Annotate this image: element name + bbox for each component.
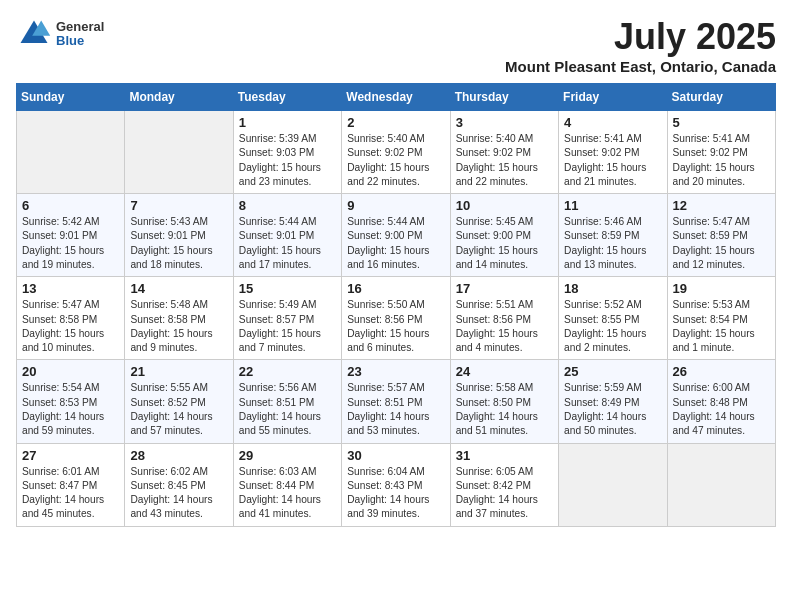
day-number: 4 — [564, 115, 661, 130]
calendar-cell: 5Sunrise: 5:41 AMSunset: 9:02 PMDaylight… — [667, 111, 775, 194]
day-number: 22 — [239, 364, 336, 379]
calendar-cell: 24Sunrise: 5:58 AMSunset: 8:50 PMDayligh… — [450, 360, 558, 443]
calendar-cell: 22Sunrise: 5:56 AMSunset: 8:51 PMDayligh… — [233, 360, 341, 443]
calendar-week-1: 1Sunrise: 5:39 AMSunset: 9:03 PMDaylight… — [17, 111, 776, 194]
day-number: 14 — [130, 281, 227, 296]
day-info: Sunrise: 5:54 AMSunset: 8:53 PMDaylight:… — [22, 381, 119, 438]
day-info: Sunrise: 5:55 AMSunset: 8:52 PMDaylight:… — [130, 381, 227, 438]
calendar-cell: 14Sunrise: 5:48 AMSunset: 8:58 PMDayligh… — [125, 277, 233, 360]
day-info: Sunrise: 5:56 AMSunset: 8:51 PMDaylight:… — [239, 381, 336, 438]
day-number: 7 — [130, 198, 227, 213]
day-number: 25 — [564, 364, 661, 379]
day-number: 2 — [347, 115, 444, 130]
weekday-header-monday: Monday — [125, 84, 233, 111]
calendar-cell: 10Sunrise: 5:45 AMSunset: 9:00 PMDayligh… — [450, 194, 558, 277]
day-number: 3 — [456, 115, 553, 130]
calendar-cell: 1Sunrise: 5:39 AMSunset: 9:03 PMDaylight… — [233, 111, 341, 194]
day-info: Sunrise: 5:44 AMSunset: 9:01 PMDaylight:… — [239, 215, 336, 272]
title-block: July 2025 Mount Pleasant East, Ontario, … — [505, 16, 776, 75]
logo-icon — [16, 16, 52, 52]
day-number: 27 — [22, 448, 119, 463]
day-number: 18 — [564, 281, 661, 296]
logo-text: General Blue — [56, 20, 104, 49]
calendar-cell: 8Sunrise: 5:44 AMSunset: 9:01 PMDaylight… — [233, 194, 341, 277]
day-info: Sunrise: 5:59 AMSunset: 8:49 PMDaylight:… — [564, 381, 661, 438]
day-number: 28 — [130, 448, 227, 463]
weekday-header-tuesday: Tuesday — [233, 84, 341, 111]
day-number: 11 — [564, 198, 661, 213]
day-info: Sunrise: 5:57 AMSunset: 8:51 PMDaylight:… — [347, 381, 444, 438]
day-number: 12 — [673, 198, 770, 213]
day-info: Sunrise: 6:01 AMSunset: 8:47 PMDaylight:… — [22, 465, 119, 522]
calendar-cell — [667, 443, 775, 526]
calendar-cell: 7Sunrise: 5:43 AMSunset: 9:01 PMDaylight… — [125, 194, 233, 277]
logo: General Blue — [16, 16, 104, 52]
subtitle: Mount Pleasant East, Ontario, Canada — [505, 58, 776, 75]
day-info: Sunrise: 5:47 AMSunset: 8:58 PMDaylight:… — [22, 298, 119, 355]
calendar-cell: 6Sunrise: 5:42 AMSunset: 9:01 PMDaylight… — [17, 194, 125, 277]
day-info: Sunrise: 6:03 AMSunset: 8:44 PMDaylight:… — [239, 465, 336, 522]
day-info: Sunrise: 5:58 AMSunset: 8:50 PMDaylight:… — [456, 381, 553, 438]
day-info: Sunrise: 5:52 AMSunset: 8:55 PMDaylight:… — [564, 298, 661, 355]
calendar-cell: 3Sunrise: 5:40 AMSunset: 9:02 PMDaylight… — [450, 111, 558, 194]
calendar-cell: 28Sunrise: 6:02 AMSunset: 8:45 PMDayligh… — [125, 443, 233, 526]
calendar-cell: 30Sunrise: 6:04 AMSunset: 8:43 PMDayligh… — [342, 443, 450, 526]
calendar-cell: 15Sunrise: 5:49 AMSunset: 8:57 PMDayligh… — [233, 277, 341, 360]
day-info: Sunrise: 5:44 AMSunset: 9:00 PMDaylight:… — [347, 215, 444, 272]
day-info: Sunrise: 5:49 AMSunset: 8:57 PMDaylight:… — [239, 298, 336, 355]
calendar-cell: 2Sunrise: 5:40 AMSunset: 9:02 PMDaylight… — [342, 111, 450, 194]
weekday-header-row: SundayMondayTuesdayWednesdayThursdayFrid… — [17, 84, 776, 111]
day-info: Sunrise: 5:53 AMSunset: 8:54 PMDaylight:… — [673, 298, 770, 355]
calendar-week-3: 13Sunrise: 5:47 AMSunset: 8:58 PMDayligh… — [17, 277, 776, 360]
day-number: 26 — [673, 364, 770, 379]
day-info: Sunrise: 5:43 AMSunset: 9:01 PMDaylight:… — [130, 215, 227, 272]
day-info: Sunrise: 6:00 AMSunset: 8:48 PMDaylight:… — [673, 381, 770, 438]
day-number: 5 — [673, 115, 770, 130]
weekday-header-wednesday: Wednesday — [342, 84, 450, 111]
day-info: Sunrise: 6:02 AMSunset: 8:45 PMDaylight:… — [130, 465, 227, 522]
calendar-cell: 20Sunrise: 5:54 AMSunset: 8:53 PMDayligh… — [17, 360, 125, 443]
calendar-cell: 11Sunrise: 5:46 AMSunset: 8:59 PMDayligh… — [559, 194, 667, 277]
logo-general: General — [56, 20, 104, 34]
calendar-cell: 4Sunrise: 5:41 AMSunset: 9:02 PMDaylight… — [559, 111, 667, 194]
day-number: 29 — [239, 448, 336, 463]
calendar-cell: 21Sunrise: 5:55 AMSunset: 8:52 PMDayligh… — [125, 360, 233, 443]
calendar-cell: 17Sunrise: 5:51 AMSunset: 8:56 PMDayligh… — [450, 277, 558, 360]
day-number: 17 — [456, 281, 553, 296]
calendar-cell: 12Sunrise: 5:47 AMSunset: 8:59 PMDayligh… — [667, 194, 775, 277]
calendar-cell: 23Sunrise: 5:57 AMSunset: 8:51 PMDayligh… — [342, 360, 450, 443]
day-number: 21 — [130, 364, 227, 379]
weekday-header-saturday: Saturday — [667, 84, 775, 111]
day-info: Sunrise: 5:41 AMSunset: 9:02 PMDaylight:… — [564, 132, 661, 189]
page-header: General Blue July 2025 Mount Pleasant Ea… — [16, 16, 776, 75]
calendar-cell: 18Sunrise: 5:52 AMSunset: 8:55 PMDayligh… — [559, 277, 667, 360]
day-number: 23 — [347, 364, 444, 379]
calendar-cell: 16Sunrise: 5:50 AMSunset: 8:56 PMDayligh… — [342, 277, 450, 360]
day-number: 30 — [347, 448, 444, 463]
day-info: Sunrise: 5:47 AMSunset: 8:59 PMDaylight:… — [673, 215, 770, 272]
day-number: 20 — [22, 364, 119, 379]
calendar-cell: 13Sunrise: 5:47 AMSunset: 8:58 PMDayligh… — [17, 277, 125, 360]
day-info: Sunrise: 5:40 AMSunset: 9:02 PMDaylight:… — [347, 132, 444, 189]
calendar-cell: 27Sunrise: 6:01 AMSunset: 8:47 PMDayligh… — [17, 443, 125, 526]
calendar-week-5: 27Sunrise: 6:01 AMSunset: 8:47 PMDayligh… — [17, 443, 776, 526]
day-info: Sunrise: 5:46 AMSunset: 8:59 PMDaylight:… — [564, 215, 661, 272]
calendar-week-4: 20Sunrise: 5:54 AMSunset: 8:53 PMDayligh… — [17, 360, 776, 443]
day-info: Sunrise: 5:40 AMSunset: 9:02 PMDaylight:… — [456, 132, 553, 189]
day-info: Sunrise: 5:50 AMSunset: 8:56 PMDaylight:… — [347, 298, 444, 355]
day-number: 13 — [22, 281, 119, 296]
calendar-cell: 26Sunrise: 6:00 AMSunset: 8:48 PMDayligh… — [667, 360, 775, 443]
calendar-cell: 25Sunrise: 5:59 AMSunset: 8:49 PMDayligh… — [559, 360, 667, 443]
day-number: 19 — [673, 281, 770, 296]
calendar-cell: 31Sunrise: 6:05 AMSunset: 8:42 PMDayligh… — [450, 443, 558, 526]
day-number: 10 — [456, 198, 553, 213]
day-info: Sunrise: 6:04 AMSunset: 8:43 PMDaylight:… — [347, 465, 444, 522]
weekday-header-thursday: Thursday — [450, 84, 558, 111]
calendar-cell: 19Sunrise: 5:53 AMSunset: 8:54 PMDayligh… — [667, 277, 775, 360]
calendar-cell — [559, 443, 667, 526]
calendar-cell — [125, 111, 233, 194]
day-info: Sunrise: 5:42 AMSunset: 9:01 PMDaylight:… — [22, 215, 119, 272]
day-number: 16 — [347, 281, 444, 296]
calendar-cell: 29Sunrise: 6:03 AMSunset: 8:44 PMDayligh… — [233, 443, 341, 526]
day-number: 24 — [456, 364, 553, 379]
